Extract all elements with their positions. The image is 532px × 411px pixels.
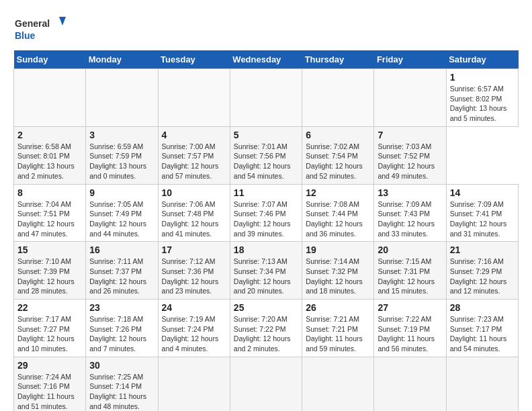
calendar-day-cell: 15 Sunrise: 7:10 AM Sunset: 7:39 PM Dayl… (14, 242, 86, 300)
daylight: Daylight: 12 hours and 39 minutes. (234, 219, 298, 238)
sunset: Sunset: 8:02 PM (450, 94, 515, 104)
sunrise: Sunrise: 7:06 AM (162, 199, 226, 210)
daylight: Daylight: 12 hours and 44 minutes. (89, 219, 154, 238)
day-info: Sunrise: 7:17 AM Sunset: 7:27 PM Dayligh… (17, 314, 82, 354)
calendar-day-cell: 1 Sunrise: 6:57 AM Sunset: 8:02 PM Dayli… (446, 69, 518, 127)
page-header: General Blue (13, 13, 519, 44)
day-number: 10 (162, 187, 226, 198)
col-wednesday: Wednesday (230, 50, 302, 69)
calendar-day-cell: 5 Sunrise: 7:01 AM Sunset: 7:56 PM Dayli… (230, 126, 302, 184)
day-info: Sunrise: 7:07 AM Sunset: 7:46 PM Dayligh… (234, 199, 298, 239)
sunrise: Sunrise: 7:09 AM (450, 199, 515, 210)
sunrise: Sunrise: 7:24 AM (17, 372, 82, 382)
sunset: Sunset: 7:34 PM (234, 267, 298, 277)
sunset: Sunset: 7:24 PM (162, 324, 226, 334)
col-thursday: Thursday (302, 50, 374, 69)
day-info: Sunrise: 7:05 AM Sunset: 7:49 PM Dayligh… (89, 199, 154, 239)
calendar-day-cell: 12 Sunrise: 7:08 AM Sunset: 7:44 PM Dayl… (302, 184, 374, 242)
sunset: Sunset: 7:54 PM (306, 151, 370, 161)
col-saturday: Saturday (446, 50, 518, 69)
day-info: Sunrise: 7:20 AM Sunset: 7:22 PM Dayligh… (234, 314, 298, 354)
calendar-week-row: 29 Sunrise: 7:24 AM Sunset: 7:16 PM Dayl… (14, 357, 519, 411)
daylight: Daylight: 11 hours and 51 minutes. (17, 392, 82, 411)
calendar-table: Sunday Monday Tuesday Wednesday Thursday… (13, 50, 519, 411)
day-number: 24 (162, 302, 226, 313)
daylight: Daylight: 12 hours and 49 minutes. (378, 161, 442, 181)
day-number: 12 (306, 187, 370, 198)
svg-text:General: General (15, 18, 50, 29)
day-number: 21 (450, 244, 515, 255)
calendar-day-cell: 13 Sunrise: 7:09 AM Sunset: 7:43 PM Dayl… (374, 184, 446, 242)
daylight: Daylight: 12 hours and 23 minutes. (162, 277, 226, 296)
calendar-day-cell: 20 Sunrise: 7:15 AM Sunset: 7:31 PM Dayl… (374, 242, 446, 300)
calendar-day-cell: 25 Sunrise: 7:20 AM Sunset: 7:22 PM Dayl… (230, 300, 302, 357)
day-number: 26 (306, 302, 370, 313)
sunrise: Sunrise: 7:02 AM (306, 142, 370, 152)
sunset: Sunset: 7:32 PM (306, 267, 370, 277)
day-number: 22 (17, 302, 82, 313)
day-info: Sunrise: 7:10 AM Sunset: 7:39 PM Dayligh… (17, 257, 82, 296)
day-number: 27 (378, 302, 442, 313)
day-info: Sunrise: 7:16 AM Sunset: 7:29 PM Dayligh… (450, 257, 515, 296)
calendar-day-cell (158, 69, 230, 127)
calendar-day-cell: 6 Sunrise: 7:02 AM Sunset: 7:54 PM Dayli… (302, 126, 374, 184)
daylight: Daylight: 11 hours and 54 minutes. (450, 334, 515, 353)
day-number: 8 (17, 187, 82, 198)
day-info: Sunrise: 6:57 AM Sunset: 8:02 PM Dayligh… (450, 84, 515, 124)
calendar-day-cell: 28 Sunrise: 7:23 AM Sunset: 7:17 PM Dayl… (446, 300, 518, 357)
day-info: Sunrise: 6:59 AM Sunset: 7:59 PM Dayligh… (89, 142, 154, 181)
day-number: 13 (378, 187, 442, 198)
daylight: Daylight: 13 hours and 2 minutes. (17, 161, 82, 181)
col-tuesday: Tuesday (158, 50, 230, 69)
col-friday: Friday (374, 50, 446, 69)
day-info: Sunrise: 7:23 AM Sunset: 7:17 PM Dayligh… (450, 314, 515, 354)
daylight: Daylight: 12 hours and 31 minutes. (450, 219, 515, 238)
sunset: Sunset: 7:43 PM (378, 209, 442, 219)
daylight: Daylight: 12 hours and 20 minutes. (234, 277, 298, 296)
day-number: 23 (89, 302, 154, 313)
day-info: Sunrise: 7:15 AM Sunset: 7:31 PM Dayligh… (378, 257, 442, 296)
sunset: Sunset: 7:39 PM (17, 267, 82, 277)
svg-text:Blue: Blue (15, 30, 36, 41)
calendar-header-row: Sunday Monday Tuesday Wednesday Thursday… (14, 50, 519, 69)
sunrise: Sunrise: 7:25 AM (89, 372, 154, 382)
day-number: 16 (89, 244, 154, 255)
sunrise: Sunrise: 7:16 AM (450, 257, 515, 267)
sunset: Sunset: 8:01 PM (17, 151, 82, 161)
calendar-day-cell: 4 Sunrise: 7:00 AM Sunset: 7:57 PM Dayli… (158, 126, 230, 184)
day-number: 14 (450, 187, 515, 198)
sunrise: Sunrise: 7:18 AM (89, 314, 154, 324)
day-info: Sunrise: 7:12 AM Sunset: 7:36 PM Dayligh… (162, 257, 226, 296)
calendar-day-cell (158, 357, 230, 411)
sunrise: Sunrise: 7:00 AM (162, 142, 226, 152)
daylight: Daylight: 12 hours and 33 minutes. (378, 219, 442, 238)
sunset: Sunset: 7:49 PM (89, 209, 154, 219)
day-number: 30 (89, 360, 154, 371)
col-monday: Monday (86, 50, 158, 69)
day-number: 5 (234, 130, 298, 140)
sunrise: Sunrise: 7:14 AM (306, 257, 370, 267)
calendar-day-cell: 16 Sunrise: 7:11 AM Sunset: 7:37 PM Dayl… (86, 242, 158, 300)
calendar-day-cell: 17 Sunrise: 7:12 AM Sunset: 7:36 PM Dayl… (158, 242, 230, 300)
calendar-day-cell (302, 69, 374, 127)
sunset: Sunset: 7:26 PM (89, 324, 154, 334)
calendar-day-cell (230, 357, 302, 411)
sunrise: Sunrise: 7:21 AM (306, 314, 370, 324)
sunset: Sunset: 7:46 PM (234, 209, 298, 219)
calendar-day-cell: 18 Sunrise: 7:13 AM Sunset: 7:34 PM Dayl… (230, 242, 302, 300)
calendar-day-cell (374, 69, 446, 127)
day-info: Sunrise: 7:25 AM Sunset: 7:14 PM Dayligh… (89, 372, 154, 411)
calendar-day-cell: 19 Sunrise: 7:14 AM Sunset: 7:32 PM Dayl… (302, 242, 374, 300)
sunset: Sunset: 7:41 PM (450, 209, 515, 219)
day-number: 29 (17, 360, 82, 371)
sunset: Sunset: 7:48 PM (162, 209, 226, 219)
day-info: Sunrise: 7:19 AM Sunset: 7:24 PM Dayligh… (162, 314, 226, 354)
sunrise: Sunrise: 7:09 AM (378, 199, 442, 210)
calendar-day-cell (14, 69, 86, 127)
day-info: Sunrise: 7:04 AM Sunset: 7:51 PM Dayligh… (17, 199, 82, 239)
calendar-day-cell: 8 Sunrise: 7:04 AM Sunset: 7:51 PM Dayli… (14, 184, 86, 242)
day-info: Sunrise: 7:08 AM Sunset: 7:44 PM Dayligh… (306, 199, 370, 239)
daylight: Daylight: 11 hours and 48 minutes. (89, 392, 154, 411)
day-info: Sunrise: 7:02 AM Sunset: 7:54 PM Dayligh… (306, 142, 370, 181)
day-info: Sunrise: 7:24 AM Sunset: 7:16 PM Dayligh… (17, 372, 82, 411)
